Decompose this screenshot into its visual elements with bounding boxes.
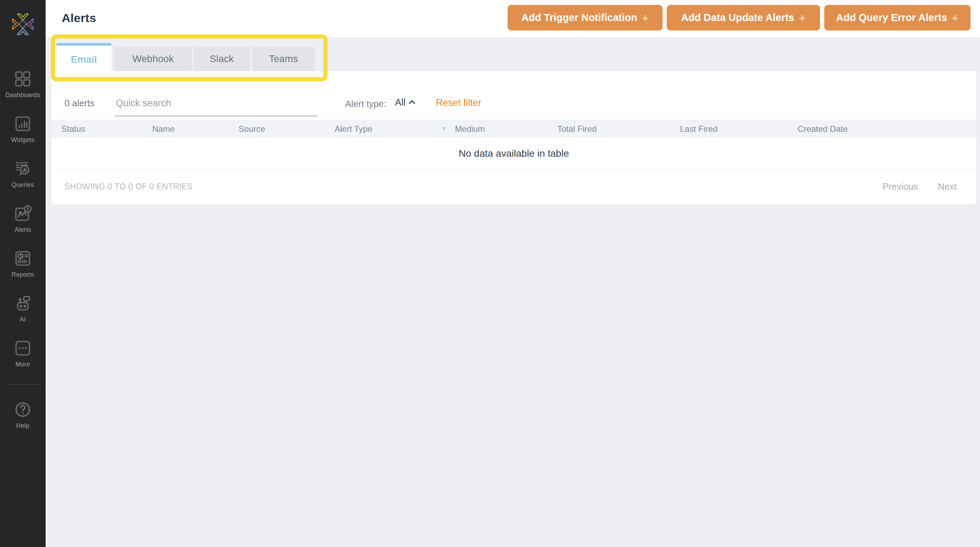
sidebar-item-help[interactable]: Help <box>0 400 46 429</box>
sidebar-item-ai[interactable]: AI <box>0 294 46 323</box>
tab-slack[interactable]: Slack <box>194 47 250 71</box>
tab-webhook[interactable]: Webhook <box>115 47 192 71</box>
table-empty-row: No data available in table <box>51 138 977 170</box>
table-header-row: Status Name Source Alert Type ▼ Medium T… <box>51 119 977 138</box>
tab-email[interactable]: Email <box>56 43 111 73</box>
column-header-status[interactable]: Status <box>61 124 85 134</box>
search-input[interactable] <box>115 91 318 116</box>
column-header-source[interactable]: Source <box>239 124 265 134</box>
sidebar-item-label: More <box>16 361 30 368</box>
alerts-icon <box>13 204 32 223</box>
widgets-icon <box>13 114 32 133</box>
column-header-medium[interactable]: Medium <box>455 124 485 134</box>
tab-label: Teams <box>269 53 298 65</box>
sidebar-item-more[interactable]: More <box>0 339 46 368</box>
entries-summary: SHOWING 0 TO 0 OF 0 ENTRIES <box>65 182 192 191</box>
header-actions: Add Trigger Notification + Add Data Upda… <box>508 5 970 30</box>
brand-logo-icon[interactable] <box>11 12 35 37</box>
column-header-created-date[interactable]: Created Date <box>798 124 848 134</box>
add-query-error-alerts-button[interactable]: Add Query Error Alerts + <box>824 5 970 30</box>
button-label: Add Data Update Alerts <box>681 12 794 24</box>
ai-icon <box>13 294 32 313</box>
sidebar-item-widgets[interactable]: Widgets <box>0 114 46 144</box>
help-icon <box>13 400 32 419</box>
chevron-up-icon <box>409 100 415 106</box>
sidebar-item-dashboards[interactable]: Dashboards <box>0 70 46 99</box>
reports-icon <box>13 249 32 268</box>
sidebar-item-alerts[interactable]: Alerts <box>0 204 46 234</box>
sidebar-item-label: Help <box>16 422 29 429</box>
plus-icon: + <box>951 12 959 24</box>
empty-message: No data available in table <box>459 148 569 159</box>
add-data-update-alerts-button[interactable]: Add Data Update Alerts + <box>667 5 820 30</box>
alert-type-label: Alert type: <box>345 99 386 110</box>
sidebar-item-label: Widgets <box>11 137 34 144</box>
plus-icon: + <box>799 12 806 24</box>
button-label: Add Trigger Notification <box>521 12 637 24</box>
queries-icon <box>13 159 32 178</box>
tab-label: Webhook <box>133 53 174 65</box>
sidebar-item-label: AI <box>20 316 25 323</box>
reset-filter-link[interactable]: Reset filter <box>436 97 481 108</box>
sidebar-item-queries[interactable]: Queries <box>0 159 46 189</box>
sidebar-item-label: Dashboards <box>5 92 40 99</box>
sort-desc-icon: ▼ <box>441 125 447 132</box>
pagination-previous-button[interactable]: Previous <box>883 181 918 192</box>
tab-label: Email <box>71 54 97 65</box>
sidebar-nav: Dashboards Widgets <box>0 70 46 445</box>
pagination-next-button[interactable]: Next <box>938 181 956 192</box>
alerts-panel: 0 alerts Alert type: All Reset filter St… <box>51 71 977 204</box>
column-header-name[interactable]: Name <box>152 124 175 134</box>
more-icon <box>13 339 32 358</box>
main-content: Email Webhook Slack Teams 0 alerts Alert… <box>46 37 980 547</box>
column-header-total-fired[interactable]: Total Fired <box>557 124 597 134</box>
column-header-last-fired[interactable]: Last Fired <box>680 124 718 134</box>
tab-teams[interactable]: Teams <box>252 47 315 71</box>
button-label: Add Query Error Alerts <box>836 12 947 24</box>
app-window: Dashboards Widgets <box>0 0 980 547</box>
page-title: Alerts <box>62 11 96 25</box>
plus-icon: + <box>642 12 649 24</box>
sidebar-item-reports[interactable]: Reports <box>0 249 46 278</box>
sidebar-divider <box>4 384 41 385</box>
sidebar-item-label: Queries <box>11 181 34 189</box>
alert-type-value: All <box>395 97 406 108</box>
sidebar-item-label: Alerts <box>14 226 31 234</box>
alerts-count: 0 alerts <box>65 98 94 109</box>
alert-type-dropdown[interactable]: All <box>395 97 415 108</box>
sidebar: Dashboards Widgets <box>0 0 46 547</box>
sidebar-item-label: Reports <box>11 271 34 278</box>
page-header: Alerts Add Trigger Notification + Add Da… <box>46 0 980 37</box>
dashboards-icon <box>13 70 32 88</box>
column-header-alert-type[interactable]: Alert Type <box>335 124 372 134</box>
add-trigger-notification-button[interactable]: Add Trigger Notification + <box>508 5 663 30</box>
tab-label: Slack <box>210 53 234 65</box>
